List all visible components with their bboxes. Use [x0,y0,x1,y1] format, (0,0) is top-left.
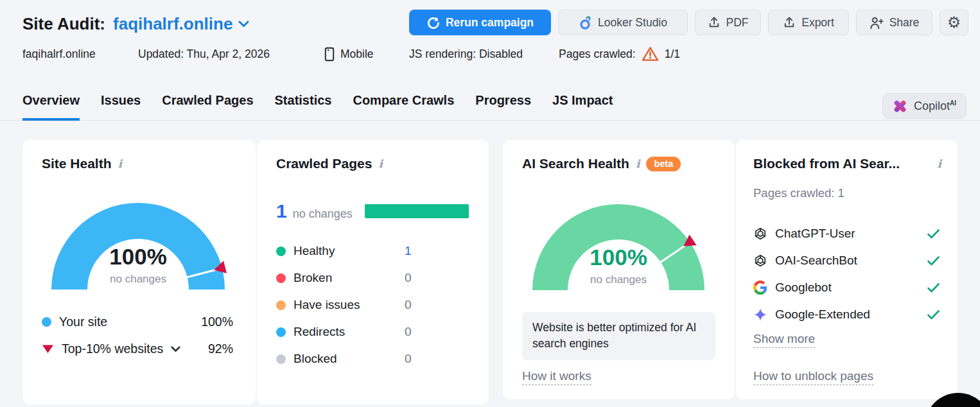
check-icon [927,229,940,239]
blocked-ai-card: Blocked from AI Sear... i Pages crawled:… [736,140,958,399]
gear-icon: ⚙ [947,13,961,31]
tab-compare-crawls[interactable]: Compare Crawls [353,93,454,121]
tab-list: Overview Issues Crawled Pages Statistics… [22,93,613,121]
looker-studio-icon [579,15,592,30]
show-more-link[interactable]: Show more [753,332,815,348]
row-broken: Broken 0 [276,270,469,286]
page-title: Site Audit: [22,14,105,34]
crawled-pages-bar[interactable] [365,204,469,218]
healthy-dot-icon [276,247,286,256]
upload-icon [783,16,796,29]
info-icon[interactable]: i [636,157,640,170]
row-healthy: Healthy 1 [276,243,469,259]
ai-search-health-card: AI Search Health i beta 100% no changes … [503,140,735,399]
tab-issues[interactable]: Issues [101,93,141,121]
beta-badge: beta [646,157,681,171]
ai-search-health-gauge: 100% no changes [532,204,704,290]
ai-search-score: 100% [532,245,704,270]
settings-button[interactable]: ⚙ [940,10,968,35]
pdf-button[interactable]: PDF [695,10,761,35]
benchmark-triangle-icon [42,344,54,354]
bot-row-googlebot: Googlebot [753,279,940,297]
project-selector[interactable]: faqihalrf.online [113,14,249,34]
campaign-meta-bar: faqihalrf.online Updated: Thu, Apr 2, 20… [0,45,980,63]
copilot-icon [893,99,907,114]
openai-icon [753,227,767,241]
check-icon [927,256,940,266]
ai-search-message: Website is better optimized for AI searc… [522,312,715,360]
bot-row-chatgpt-user: ChatGPT-User [753,225,940,243]
crawled-pages-title: Crawled Pages i [276,156,473,171]
redirects-dot-icon [276,327,286,337]
check-icon [927,310,940,320]
openai-icon [753,254,767,268]
meta-site: faqihalrf.online [22,45,96,63]
row-blocked: Blocked 0 [276,351,469,367]
your-site-dot-icon [42,317,51,327]
tab-crawled-pages[interactable]: Crawled Pages [162,93,253,121]
broken-dot-icon [276,273,286,283]
tab-statistics[interactable]: Statistics [275,93,332,121]
meta-updated: Updated: Thu, Apr 2, 2026 [138,45,270,63]
how-to-unblock-link[interactable]: How to unblock pages [753,369,873,385]
site-health-title: Site Health i [42,156,240,171]
copilot-button[interactable]: CopilotAI [882,93,967,119]
meta-pages-crawled: Pages crawled: 1/1 [559,45,680,63]
info-icon[interactable]: i [378,157,382,170]
tab-overview[interactable]: Overview [22,93,80,121]
bot-row-google-extended: Google-Extended [753,306,940,324]
export-button[interactable]: Export [768,10,849,35]
refresh-icon [426,16,440,30]
check-icon [927,283,940,293]
bot-row-oai-searchbot: OAI-SearchBot [753,252,940,270]
row-have-issues: Have issues 0 [276,297,469,313]
site-health-score: 100% [51,244,225,270]
have-issues-dot-icon [276,300,286,310]
person-plus-icon [870,16,884,30]
upload-icon [708,16,721,29]
looker-studio-button[interactable]: Looker Studio [558,10,688,35]
chevron-down-icon[interactable] [171,346,180,352]
tab-bar: Overview Issues Crawled Pages Statistics… [0,91,980,121]
info-icon[interactable]: i [938,157,941,170]
site-health-delta: no changes [51,273,225,286]
rerun-campaign-button[interactable]: Rerun campaign [409,10,551,35]
blocked-ai-subtitle: Pages crawled: 1 [753,186,844,200]
ai-search-delta: no changes [532,273,704,286]
how-it-works-link[interactable]: How it works [522,369,591,385]
blocked-ai-title: Blocked from AI Sear... i [753,156,941,171]
ai-search-health-title: AI Search Health i beta [522,156,719,171]
blocked-dot-icon [276,354,286,364]
chevron-down-icon [238,21,249,28]
site-health-gauge: 100% no changes [51,203,225,290]
crawled-pages-card: Crawled Pages i 1 no changes Healthy 1 B… [257,140,489,404]
tab-progress[interactable]: Progress [475,93,531,121]
gemini-star-icon [753,307,767,322]
project-domain[interactable]: faqihalrf.online [113,14,232,34]
mobile-icon [324,47,335,62]
header: Site Audit: faqihalrf.online [22,10,249,37]
google-icon [753,281,767,295]
site-health-card: Site Health i 100% no changes Your site … [22,140,256,404]
info-icon[interactable]: i [118,157,122,170]
row-redirects: Redirects 0 [276,324,469,340]
warning-icon[interactable] [642,46,659,62]
legend-your-site: Your site 100% [42,315,233,329]
meta-device: Mobile [324,45,374,63]
meta-js-rendering: JS rendering: Disabled [409,45,523,63]
share-button[interactable]: Share [856,10,932,35]
crawled-pages-total: 1 no changes [276,200,353,222]
legend-top10-websites[interactable]: Top-10% websites 92% [42,342,233,356]
tab-js-impact[interactable]: JS Impact [552,93,613,121]
